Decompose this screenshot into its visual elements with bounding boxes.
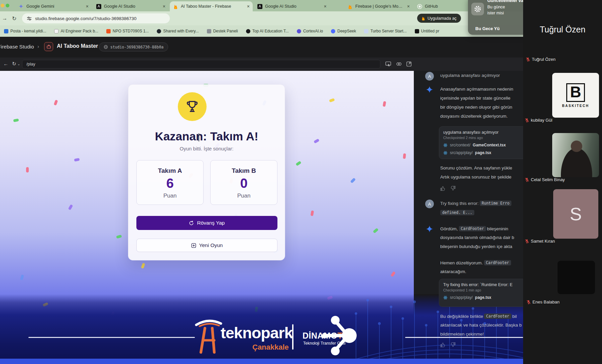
confetti-piece xyxy=(20,274,24,280)
refresh-icon[interactable]: ↻ xyxy=(12,61,16,67)
chevron-down-icon[interactable]: ⌄ xyxy=(17,62,20,66)
tab-firebase[interactable]: Firebase | Google's Mobile × xyxy=(344,1,413,11)
feedback-row xyxy=(440,186,456,191)
logo-divider xyxy=(292,324,293,350)
bookmark-item[interactable]: DeepSeek xyxy=(331,29,356,33)
open-in-app-button[interactable]: Uygulamada aç xyxy=(417,14,461,23)
notification-action[interactable]: Bu Gece Yü xyxy=(475,26,500,31)
bookmark-item[interactable]: Posta - kemal.yildi... xyxy=(4,29,46,33)
file-name: page.tsx xyxy=(475,150,491,155)
tab-close-icon[interactable]: × xyxy=(163,4,165,9)
tab-close-icon[interactable]: × xyxy=(324,4,327,9)
checkpoint-card[interactable]: Try fixing this error: `Runtime Error: E… xyxy=(439,279,523,307)
participant-video-samet[interactable]: S xyxy=(553,189,598,239)
address-bar[interactable]: studio.firebase.google.com/u/7/studio-36… xyxy=(22,13,170,23)
file-link[interactable]: src/app/play/page.tsx xyxy=(443,150,523,155)
teknopark-wordmark: teknopark xyxy=(221,324,293,342)
participant-name: Samet Kıran xyxy=(531,239,555,244)
assistant-message-line: içerisinde yapılan bir state güncelle xyxy=(440,96,510,101)
forward-icon[interactable]: → xyxy=(2,15,7,21)
new-game-button[interactable]: Yeni Oyun xyxy=(136,239,277,252)
bookmark-favicon xyxy=(106,29,111,33)
studio-header: Firebase Studio › AI Taboo Master studio… xyxy=(0,37,523,57)
code-chip: Runtime Erro xyxy=(480,201,511,206)
github-icon xyxy=(417,4,422,9)
bookmark-item[interactable]: CortexAI.io xyxy=(297,29,323,33)
confetti-piece xyxy=(295,161,302,166)
open-in-window-icon[interactable] xyxy=(385,61,391,67)
plus-square-icon xyxy=(191,243,196,248)
gear-icon xyxy=(471,3,484,15)
bookmark-item[interactable]: Untitled pr xyxy=(415,29,440,33)
user-message: Try fixing this error:Runtime Erro xyxy=(440,201,512,206)
open-in-new-icon[interactable] xyxy=(406,61,412,67)
tab-close-icon[interactable]: × xyxy=(86,4,89,9)
assistant-message-line: aktarılacak ve hata çözülecektir. Başka … xyxy=(440,323,522,328)
confetti-piece xyxy=(329,98,335,103)
bookmark-label: AI Engineer Pack b... xyxy=(61,29,98,33)
user-message: uygulama anasyfası açılmıyor xyxy=(440,73,500,78)
bookmark-item[interactable]: Turbo Server Start... xyxy=(364,29,406,33)
bookmark-item[interactable]: AI Engineer Pack b... xyxy=(54,29,98,33)
file-link[interactable]: src/context/GameContext.tsx xyxy=(443,143,523,147)
thumbs-down-icon[interactable] xyxy=(451,186,456,191)
teknopark-logo-icon xyxy=(195,315,222,356)
tab-close-icon[interactable]: × xyxy=(247,4,250,9)
tab-ai-taboo-master[interactable]: AI Taboo Master - Firebase × xyxy=(170,1,253,11)
workspace-title: AI Taboo Master xyxy=(57,43,98,49)
message-text: Bu değişiklikle birlikte xyxy=(440,314,483,319)
mic-muted-icon xyxy=(526,300,531,304)
confetti-piece xyxy=(403,153,406,159)
screen: Google Gemini × Google AI Studio × AI Ta… xyxy=(0,0,602,364)
assistant-message-line: Anasayfanın açılmamasının nedenin xyxy=(440,87,513,92)
open-in-app-label: Uygulamada aç xyxy=(428,16,457,21)
bookmark-item[interactable]: Destek Paneli xyxy=(207,29,238,33)
bookmark-item[interactable]: NPO STD7090S 1... xyxy=(106,29,149,33)
code-chip: CardFooter xyxy=(459,226,486,231)
bookmark-label: Turbo Server Start... xyxy=(370,29,406,33)
preview-path-input[interactable]: /play xyxy=(22,60,380,69)
bookmark-label: NPO STD7090S 1... xyxy=(113,29,149,33)
tab-github[interactable]: GitHub xyxy=(414,1,451,11)
gemini-sparkle-icon xyxy=(426,86,433,93)
checkpoint-card[interactable]: uygulama anasyfası açılmıyor Checkpointe… xyxy=(439,126,523,159)
tab-ai-studio-2[interactable]: Google AI Studio × xyxy=(254,1,330,11)
firebase-flame-icon xyxy=(347,4,353,9)
link-icon[interactable] xyxy=(396,61,402,67)
thumbs-down-icon[interactable] xyxy=(451,342,456,347)
confetti-piece xyxy=(314,139,320,144)
file-path: src/app/play/ xyxy=(450,150,473,155)
participant-label: Enes Balaban xyxy=(526,299,560,305)
message-text: bil xyxy=(512,314,517,319)
checkpoint-title: uygulama anasyfası açılmıyor xyxy=(443,130,523,135)
mic-muted-icon xyxy=(525,118,529,122)
back-icon[interactable]: ← xyxy=(3,61,8,67)
confetti-piece xyxy=(68,204,73,210)
workspace-id-pill[interactable]: studio-3698386730-88b0a xyxy=(99,42,168,51)
confetti-piece xyxy=(390,271,396,277)
bookmark-label: Shared with Every... xyxy=(163,29,199,33)
participant-video-kubilay[interactable]: B BASKITECH xyxy=(552,73,599,118)
file-link[interactable]: src/app/play/page.tsx xyxy=(443,295,523,300)
thumbs-up-icon[interactable] xyxy=(440,186,445,191)
rematch-button[interactable]: Rövanş Yap xyxy=(136,216,277,230)
bookmark-favicon xyxy=(4,29,8,33)
baskitech-label: BASKITECH xyxy=(562,104,589,108)
system-notification[interactable]: Güncellemeler var Bu günce ister misi Bu… xyxy=(468,0,527,35)
confetti-piece xyxy=(54,100,58,106)
participant-video-enes[interactable] xyxy=(558,261,595,294)
reload-icon[interactable]: ↻ xyxy=(12,15,16,22)
thumbs-up-icon[interactable] xyxy=(440,342,445,347)
participant-video-celal[interactable] xyxy=(552,133,599,177)
traffic-light-minimize[interactable] xyxy=(1,4,4,7)
file-name: page.tsx xyxy=(475,295,491,300)
gemini-sparkle-icon xyxy=(426,225,433,233)
user-message: defined. E... xyxy=(440,210,475,215)
tab-google-gemini[interactable]: Google Gemini × xyxy=(15,1,92,11)
bookmark-item[interactable]: Top AI Education T... xyxy=(246,29,289,33)
bookmark-item[interactable]: Shared with Every... xyxy=(157,29,199,33)
product-name[interactable]: Firebase Studio xyxy=(0,44,34,50)
tab-close-icon[interactable]: × xyxy=(407,4,410,9)
tab-ai-studio-1[interactable]: Google AI Studio × xyxy=(93,1,168,11)
traffic-light-zoom[interactable] xyxy=(6,4,9,7)
